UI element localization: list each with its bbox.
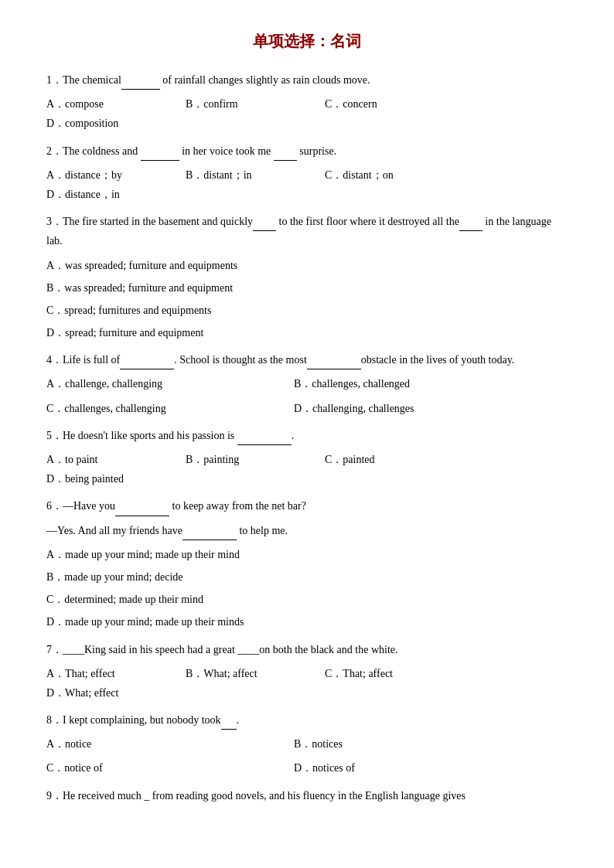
q5-option-d: D．being painted [46, 469, 178, 488]
q1-option-c: C．concern [325, 94, 456, 114]
q6-text: 6．—Have you to keep away from the net ba… [46, 496, 568, 516]
q8-options-row2: C．notice of D．notices of [46, 758, 568, 778]
q7-options: A．That; effect B．What; affect C．That; af… [46, 664, 568, 703]
q1-option-a: A．compose [46, 94, 178, 114]
q7-option-d: D．What; effect [46, 683, 178, 703]
page-title: 单项选择：名词 [46, 31, 568, 52]
question-2: 2．The coldness and in her voice took me … [46, 141, 568, 205]
q1-options: A．compose B．confirm C．concern D．composit… [46, 94, 568, 133]
q2-option-d: D．distance，in [46, 185, 178, 204]
question-8: 8．I kept complaining, but nobody took. A… [46, 710, 568, 778]
q4-options-row1: A．challenge, challenging B．challenges, c… [46, 374, 568, 393]
q3-text: 3．The fire started in the basement and q… [46, 212, 568, 250]
q4-option-c: C．challenges, challenging [46, 399, 294, 418]
q6-text2: —Yes. And all my friends have to help me… [46, 521, 568, 540]
q7-option-b: B．What; affect [186, 664, 317, 683]
q2-option-c: C．distant；on [325, 165, 456, 185]
q4-text: 4．Life is full of. School is thought as … [46, 350, 568, 369]
question-7: 7．____King said in his speech had a grea… [46, 640, 568, 703]
q8-option-d: D．notices of [294, 758, 355, 778]
question-9: 9．He received much _ from reading good n… [46, 786, 568, 805]
q9-text: 9．He received much _ from reading good n… [46, 786, 568, 805]
q4-option-a: A．challenge, challenging [46, 374, 294, 393]
q5-options: A．to paint B．painting C．painted D．being … [46, 450, 568, 488]
q4-option-d: D．challenging, challenges [294, 399, 414, 418]
q6-option-d: D．made up your mind; made up their minds [46, 612, 568, 631]
q1-text: 1．The chemical of rainfall changes sligh… [46, 70, 568, 90]
q2-option-b: B．distant；in [186, 165, 317, 185]
q3-option-a: A．was spreaded; furniture and equipments [46, 256, 568, 275]
q5-option-b: B．painting [186, 450, 317, 469]
q2-option-a: A．distance；by [46, 165, 178, 185]
q3-option-d: D．spread; furniture and equipment [46, 323, 568, 342]
q8-text: 8．I kept complaining, but nobody took. [46, 710, 568, 730]
q3-option-b: B．was spreaded; furniture and equipment [46, 278, 568, 298]
q2-text: 2．The coldness and in her voice took me … [46, 141, 568, 161]
q8-option-b: B．notices [294, 734, 343, 754]
q8-options-row1: A．notice B．notices [46, 734, 568, 754]
q1-option-b: B．confirm [186, 94, 317, 114]
q5-text: 5．He doesn't like sports and his passion… [46, 426, 568, 445]
q7-text: 7．____King said in his speech had a grea… [46, 640, 568, 659]
q3-option-c: C．spread; furnitures and equipments [46, 301, 568, 320]
question-5: 5．He doesn't like sports and his passion… [46, 426, 568, 489]
question-1: 1．The chemical of rainfall changes sligh… [46, 70, 568, 134]
q1-option-d: D．composition [46, 114, 178, 133]
q8-option-a: A．notice [46, 734, 294, 754]
q8-option-c: C．notice of [46, 758, 294, 778]
q7-option-c: C．That; affect [325, 664, 456, 683]
q4-option-b: B．challenges, challenged [294, 374, 410, 393]
q5-option-c: C．painted [325, 450, 456, 469]
question-4: 4．Life is full of. School is thought as … [46, 350, 568, 418]
question-6: 6．—Have you to keep away from the net ba… [46, 496, 568, 631]
q5-option-a: A．to paint [46, 450, 178, 469]
question-3: 3．The fire started in the basement and q… [46, 212, 568, 342]
q7-option-a: A．That; effect [46, 664, 178, 683]
q2-options: A．distance；by B．distant；in C．distant；on … [46, 165, 568, 204]
q6-option-b: B．made up your mind; decide [46, 567, 568, 587]
q6-option-c: C．determined; made up their mind [46, 590, 568, 609]
q6-option-a: A．made up your mind; made up their mind [46, 545, 568, 564]
q1-num: 1．The chemical of rainfall changes sligh… [46, 74, 370, 86]
q4-options-row2: C．challenges, challenging D．challenging,… [46, 399, 568, 418]
